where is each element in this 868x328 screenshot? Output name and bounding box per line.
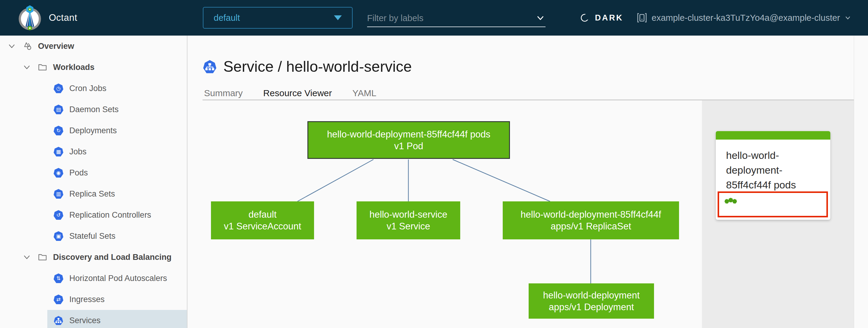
sidebar-item-jobs[interactable]: ▦ Jobs: [0, 141, 187, 162]
sidebar-item-overview[interactable]: Overview: [0, 36, 187, 57]
namespace-select[interactable]: default: [203, 7, 352, 29]
sidebar-item-discovery-and-load-balancing[interactable]: Discovery and Load Balancing: [0, 247, 187, 268]
scroll-gutter[interactable]: [854, 36, 868, 328]
node-sublabel: v1 Pod: [394, 140, 424, 152]
caret-down-icon: [334, 16, 342, 20]
node-label: hello-world-deployment-85ff4cf44f: [521, 209, 661, 220]
service-icon: [203, 60, 217, 73]
sidebar-item-label: Horizontal Pod Autoscalers: [69, 274, 167, 283]
node-sublabel: apps/v1 ReplicaSet: [551, 220, 631, 232]
overview-icon: [22, 41, 33, 51]
sidebar-item-horizontal-pod-autoscalers[interactable]: ⇅ Horizontal Pod Autoscalers: [0, 268, 187, 289]
graph-node-serviceaccount[interactable]: default v1 ServiceAccount: [211, 201, 314, 239]
page-title: Service / hello-world-service: [223, 58, 412, 76]
pod-status-dot: [733, 199, 737, 204]
sidebar-item-label: Overview: [38, 41, 74, 51]
sidebar-item-workloads[interactable]: Workloads: [0, 57, 187, 78]
sidebar-item-label: Deployments: [69, 126, 117, 136]
sidebar-item-replica-sets[interactable]: ▥ Replica Sets: [0, 183, 187, 204]
sidebar-item-label: Daemon Sets: [69, 105, 119, 114]
chevron-down-icon[interactable]: [22, 252, 31, 262]
selection-detail-panel: hello-world-deployment-85ff4cf44f pods: [702, 100, 854, 328]
daemonsets-icon: ▤: [54, 105, 63, 114]
sidebar-item-label: Cron Jobs: [69, 84, 106, 93]
chevron-down-icon[interactable]: [535, 13, 546, 23]
cluster-context-label: example-cluster-ka3TuTzYo4a@example-clus…: [652, 13, 840, 23]
pod-status-dot: [724, 199, 729, 204]
sidebar-item-label: Replication Controllers: [69, 210, 151, 220]
cluster-context-switcher[interactable]: example-cluster-ka3TuTzYo4a@example-clus…: [637, 0, 851, 36]
chevron-down-icon[interactable]: [22, 63, 31, 72]
cronjobs-icon: ◷: [54, 84, 63, 93]
sidebar-item-replication-controllers[interactable]: ↺ Replication Controllers: [0, 204, 187, 226]
theme-toggle-button[interactable]: DARK: [579, 0, 623, 36]
main-content: Service / hello-world-service Summary Re…: [187, 36, 868, 328]
jobs-icon: ▦: [54, 147, 63, 156]
graph-node-service[interactable]: hello-world-service v1 Service: [356, 201, 460, 239]
chevron-down-icon[interactable]: [7, 41, 16, 51]
graph-node-replicaset[interactable]: hello-world-deployment-85ff4cf44f apps/v…: [503, 201, 679, 239]
pods-icon: ◉: [54, 168, 63, 178]
sidebar-item-label: Services: [69, 316, 101, 325]
node-label: hello-world-deployment: [543, 290, 640, 301]
navigation-sidebar: Overview Workloads ◷ Cron Jobs ▤ Daemon …: [0, 36, 187, 328]
sidebar-item-label: Replica Sets: [69, 189, 115, 199]
sidebar-item-label: Discovery and Load Balancing: [53, 252, 172, 262]
ingresses-icon: ⇄: [54, 295, 63, 304]
hpa-icon: ⇅: [54, 273, 63, 283]
sidebar-item-label: Pods: [69, 168, 88, 178]
node-label: default: [248, 209, 276, 220]
pod-status-dot: [728, 198, 733, 202]
sidebar-item-cron-jobs[interactable]: ◷ Cron Jobs: [0, 78, 187, 99]
sidebar-item-ingresses[interactable]: ⇄ Ingresses: [0, 289, 187, 310]
card-status-bar: [716, 131, 830, 140]
replicationcontrollers-icon: ↺: [54, 210, 63, 220]
sidebar-item-label: Stateful Sets: [69, 232, 116, 241]
namespace-select-value: default: [214, 13, 334, 23]
services-icon: [54, 316, 63, 325]
chevron-down-icon: [844, 14, 851, 21]
node-label: hello-world-service: [370, 209, 447, 220]
sidebar-item-pods[interactable]: ◉ Pods: [0, 162, 187, 183]
resource-graph: hello-world-deployment-85ff4cf44f pods v…: [187, 100, 854, 328]
sidebar-item-stateful-sets[interactable]: ▣ Stateful Sets: [0, 226, 187, 247]
deployments-icon: ↻: [54, 126, 63, 136]
replicasets-icon: ▥: [54, 189, 63, 199]
sidebar-item-label: Jobs: [69, 147, 87, 156]
node-sublabel: v1 Service: [387, 220, 430, 232]
sidebar-item-daemon-sets[interactable]: ▤ Daemon Sets: [0, 99, 187, 120]
folder-icon: [37, 62, 48, 72]
cluster-context-icon: [637, 12, 647, 23]
card-title: hello-world-deployment-85ff4cf44f pods: [716, 140, 830, 192]
moon-icon: [579, 12, 590, 23]
node-sublabel: apps/v1 Deployment: [549, 301, 634, 313]
node-label: hello-world-deployment-85ff4cf44f pods: [327, 128, 490, 140]
octant-logo-icon: [16, 4, 43, 31]
graph-node-pod[interactable]: hello-world-deployment-85ff4cf44f pods v…: [307, 121, 510, 159]
page-header: Service / hello-world-service: [203, 58, 412, 76]
label-filter: [367, 10, 546, 27]
label-filter-input[interactable]: [367, 13, 535, 23]
sidebar-item-label: Ingresses: [69, 295, 104, 304]
folder-icon: [37, 252, 48, 262]
app-header: Octant default DARK example-cluster-ka3T…: [0, 0, 868, 36]
app-title: Octant: [49, 0, 77, 36]
statefulsets-icon: ▣: [54, 231, 63, 241]
pod-status-highlight-box[interactable]: [718, 191, 828, 217]
sidebar-item-services[interactable]: Services: [0, 310, 187, 328]
graph-node-deployment[interactable]: hello-world-deployment apps/v1 Deploymen…: [529, 284, 654, 319]
selected-resource-card[interactable]: hello-world-deployment-85ff4cf44f pods: [716, 131, 830, 220]
theme-toggle-label: DARK: [595, 13, 623, 23]
sidebar-item-deployments[interactable]: ↻ Deployments: [0, 120, 187, 141]
node-sublabel: v1 ServiceAccount: [224, 220, 301, 232]
sidebar-item-label: Workloads: [53, 63, 95, 72]
